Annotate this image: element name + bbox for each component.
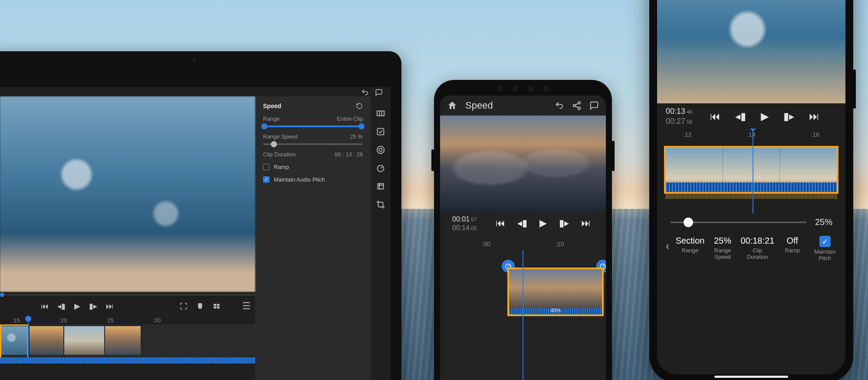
maintain-pitch-checkbox[interactable]: ✓ Maintain Audio Pitch xyxy=(263,176,363,183)
desktop-scrubber[interactable] xyxy=(0,292,255,298)
ruler-tick: :20 xyxy=(59,317,67,324)
svg-rect-5 xyxy=(378,129,384,135)
ios-playhead[interactable] xyxy=(753,131,753,214)
skip-back-icon[interactable]: ⏮ xyxy=(496,218,505,229)
timeline-clip[interactable] xyxy=(0,326,29,355)
timeline-clip[interactable] xyxy=(105,326,141,355)
svg-rect-0 xyxy=(214,304,216,306)
ruler-tick: :10 xyxy=(556,241,564,248)
speed-panel: Speed Range Entire Clip Range Speed 25 % xyxy=(255,96,371,380)
back-icon[interactable]: ‹ xyxy=(663,236,672,256)
ruler-tick: :15 xyxy=(12,317,20,324)
undo-icon[interactable] xyxy=(361,89,369,96)
android-timeline[interactable]: 40% xyxy=(440,250,606,380)
step-forward-icon[interactable]: ▮▸ xyxy=(783,110,794,122)
step-back-icon[interactable]: ◂▮ xyxy=(57,301,66,311)
timecode-current-frames: 48 xyxy=(687,109,692,115)
skip-back-icon[interactable]: ⏮ xyxy=(710,110,720,122)
android-timeline-clip[interactable]: 40% xyxy=(507,268,604,316)
timeline-clip[interactable] xyxy=(30,326,63,355)
speed-icon[interactable] xyxy=(376,163,385,173)
android-playhead[interactable] xyxy=(523,250,523,380)
param-maintain-pitch[interactable]: ✓ Maintain Pitch xyxy=(810,236,839,262)
comment-icon[interactable] xyxy=(589,101,599,110)
skip-forward-icon[interactable]: ⏭ xyxy=(106,302,114,311)
skip-forward-icon[interactable]: ⏭ xyxy=(581,218,591,229)
ruler-tick: :30 xyxy=(153,317,161,324)
step-forward-icon[interactable]: ▮▸ xyxy=(559,218,569,229)
timecode-total-frames: 56 xyxy=(687,119,692,125)
range-speed-slider[interactable] xyxy=(263,143,363,145)
clip-waveform xyxy=(666,193,837,199)
clip-duration-label: Clip Duration xyxy=(263,151,296,158)
step-back-icon[interactable]: ◂▮ xyxy=(517,218,527,229)
speed-slider[interactable] xyxy=(670,221,806,223)
svg-rect-2 xyxy=(214,307,216,309)
ios-preview-image xyxy=(657,0,845,103)
color-icon[interactable] xyxy=(376,145,385,155)
timecode-total: 00:27 xyxy=(666,117,685,126)
ios-timeline[interactable] xyxy=(657,140,845,209)
timeline-clip[interactable] xyxy=(64,326,104,355)
clip-duration-value[interactable]: 00 : 13 : 28 xyxy=(335,151,363,158)
android-device-frame: Speed 00:0157 00:1405 ⏮ ◂▮ ▶ ▮▸ xyxy=(434,80,612,380)
desktop-preview-column: ⏮ ◂▮ ▶ ▮▸ ⏭ ☰ :15 :20 :25 xyxy=(0,96,255,380)
android-preview-image xyxy=(440,116,606,211)
ios-transport: ⏮ ◂▮ ▶ ▮▸ ⏭ xyxy=(692,110,837,122)
skip-forward-icon[interactable]: ⏭ xyxy=(809,110,819,122)
transform-icon[interactable] xyxy=(376,182,385,191)
svg-point-12 xyxy=(578,107,581,110)
param-ramp[interactable]: Off Ramp xyxy=(778,236,807,254)
ios-timeline-clip[interactable] xyxy=(664,146,838,194)
desktop-preview-image xyxy=(0,96,255,292)
svg-rect-9 xyxy=(378,184,384,189)
range-speed-value: 25 % xyxy=(350,133,363,140)
step-back-icon[interactable]: ◂▮ xyxy=(735,110,746,122)
svg-rect-4 xyxy=(377,111,385,116)
marker-icon[interactable] xyxy=(196,302,204,310)
ios-params-row: ‹ Section Range 25% Range Speed 00:18:21… xyxy=(657,231,845,269)
play-icon[interactable]: ▶ xyxy=(761,110,769,122)
svg-point-7 xyxy=(379,148,382,151)
range-label: Range xyxy=(263,116,279,122)
ruler-tick: :00 xyxy=(482,241,490,248)
range-slider[interactable] xyxy=(263,126,363,127)
home-icon[interactable] xyxy=(447,100,457,111)
share-icon[interactable] xyxy=(572,101,582,110)
timeline-audio-track[interactable] xyxy=(0,357,255,363)
maintain-pitch-label: Maintain Audio Pitch xyxy=(274,176,325,183)
reset-icon[interactable] xyxy=(356,102,363,109)
play-icon[interactable]: ▶ xyxy=(539,218,547,229)
timeline-menu-icon[interactable]: ☰ xyxy=(242,301,251,312)
skip-back-icon[interactable]: ⏮ xyxy=(41,302,49,311)
tool-column xyxy=(371,96,391,380)
fullscreen-icon[interactable] xyxy=(180,302,187,310)
svg-point-6 xyxy=(377,146,385,154)
aspect-ratio-icon[interactable] xyxy=(376,109,385,118)
android-app: Speed 00:0157 00:1405 ⏮ ◂▮ ▶ ▮▸ xyxy=(440,96,606,380)
svg-point-11 xyxy=(573,104,576,107)
timeline-playhead[interactable] xyxy=(28,319,29,363)
ios-speed-slider-row: 25% xyxy=(657,209,845,231)
audio-icon[interactable] xyxy=(376,127,385,136)
crop-icon[interactable] xyxy=(376,200,385,209)
checkbox-icon: ✓ xyxy=(819,236,831,247)
ruler-tick: :16 xyxy=(811,131,819,138)
param-range-speed[interactable]: 25% Range Speed xyxy=(708,236,737,261)
play-icon[interactable]: ▶ xyxy=(74,301,80,311)
param-clip-duration[interactable]: 00:18:21 Clip Duration xyxy=(740,236,774,261)
desktop-timeline[interactable] xyxy=(0,324,255,363)
android-topbar: Speed xyxy=(440,96,606,116)
ramp-checkbox[interactable]: Ramp xyxy=(263,164,363,170)
panel-title: Speed xyxy=(263,102,281,109)
grid-view-icon[interactable] xyxy=(213,302,220,310)
step-forward-icon[interactable]: ▮▸ xyxy=(89,301,97,311)
android-transport: ⏮ ◂▮ ▶ ▮▸ ⏭ xyxy=(496,218,591,229)
range-value: Entire Clip xyxy=(337,116,363,122)
param-range[interactable]: Section Range xyxy=(676,236,705,254)
desktop-ruler: :15 :20 :25 :30 xyxy=(0,314,255,324)
comment-icon[interactable] xyxy=(375,89,383,96)
clip-speed-percent: 40% xyxy=(550,307,561,314)
ios-timecodes: 00:1348 00:2756 xyxy=(666,107,692,126)
undo-icon[interactable] xyxy=(555,101,564,110)
